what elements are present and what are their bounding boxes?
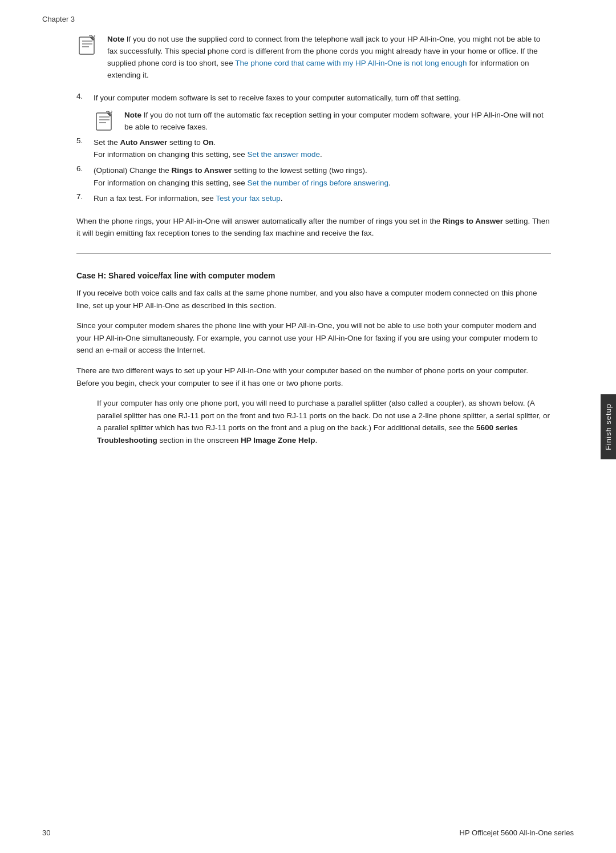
note-icon-2 — [94, 111, 117, 136]
list-body-4: If your computer modem software is set t… — [94, 92, 551, 136]
content-area: Note If you do not use the supplied cord… — [76, 34, 551, 447]
list-item-5-row: 5. Set the Auto Answer setting to On. Fo… — [76, 136, 551, 161]
list-item-4-row: 4. If your computer modem software is se… — [76, 92, 551, 136]
note-block-2: Note If you do not turn off the automati… — [94, 110, 551, 136]
chapter-header: Chapter 3 — [42, 15, 574, 23]
note-label-1: Note — [107, 35, 124, 43]
note-text-2: Note If you do not turn off the automati… — [124, 110, 551, 134]
note-label-2: Note — [124, 111, 141, 119]
product-name: HP Officejet 5600 All-in-One series — [460, 828, 574, 837]
note-body-1: If you do not use the supplied cord to c… — [107, 35, 540, 79]
list-item-7-row: 7. Run a fax test. For information, see … — [76, 192, 551, 205]
page-footer: 30 HP Officejet 5600 All-in-One series — [42, 828, 574, 837]
item6-link[interactable]: Set the number of rings before answering — [247, 179, 388, 187]
page-number: 30 — [42, 828, 50, 837]
list-body-7: Run a fax test. For information, see Tes… — [94, 192, 551, 205]
side-tab: Finish setup — [601, 394, 616, 459]
list-num-5: 5. — [76, 136, 94, 145]
note-svg-icon-1 — [76, 35, 98, 56]
list-item-5: 5. Set the Auto Answer setting to On. Fo… — [76, 136, 551, 161]
note-block-1: Note If you do not use the supplied cord… — [76, 34, 551, 82]
indented-paragraph: If your computer has only one phone port… — [97, 397, 551, 446]
rings-paragraph: When the phone rings, your HP All-in-One… — [76, 215, 551, 240]
list-num-7: 7. — [76, 192, 94, 201]
note-icon-1 — [76, 35, 100, 58]
list-item-7: 7. Run a fax test. For information, see … — [76, 192, 551, 205]
section-heading: Case H: Shared voice/fax line with compu… — [76, 271, 551, 280]
section-para-1: If you receive both voice calls and fax … — [76, 287, 551, 312]
svg-rect-5 — [96, 113, 111, 130]
page-container: Chapter 3 Note — [0, 0, 616, 853]
list-num-6: 6. — [76, 164, 94, 173]
section-para-2: Since your computer modem shares the pho… — [76, 320, 551, 357]
svg-rect-0 — [79, 37, 94, 54]
note-link-1[interactable]: The phone cord that came with my HP All-… — [235, 59, 467, 67]
list-body-5: Set the Auto Answer setting to On. For i… — [94, 136, 551, 161]
list-item-4: 4. If your computer modem software is se… — [76, 92, 551, 136]
section-divider — [76, 253, 551, 254]
item5-link[interactable]: Set the answer mode — [247, 150, 320, 159]
list-num-4: 4. — [76, 92, 94, 100]
list-body-6: (Optional) Change the Rings to Answer se… — [94, 164, 551, 189]
chapter-label: Chapter 3 — [42, 15, 75, 23]
item7-link[interactable]: Test your fax setup — [216, 194, 280, 203]
section-para-3: There are two different ways to set up y… — [76, 365, 551, 389]
note-text-1: Note If you do not use the supplied cord… — [107, 34, 551, 82]
list-item-6: 6. (Optional) Change the Rings to Answer… — [76, 164, 551, 189]
list-item-6-row: 6. (Optional) Change the Rings to Answer… — [76, 164, 551, 189]
note-body-2: If you do not turn off the automatic fax… — [124, 111, 544, 131]
note-svg-icon-2 — [94, 111, 115, 132]
